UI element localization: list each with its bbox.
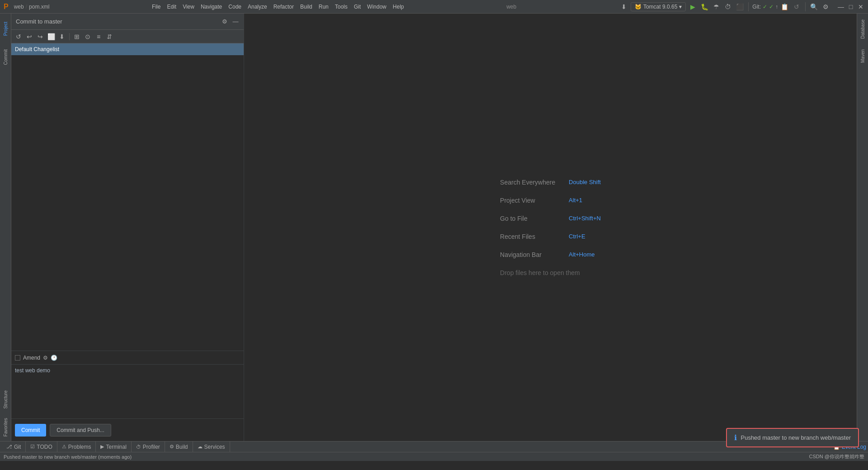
hint-drop-files: Drop files here to open them	[500, 269, 580, 276]
amend-history-icon[interactable]: 🕐	[51, 355, 57, 361]
commit-buttons: Commit Commit and Push...	[11, 418, 244, 441]
search-everywhere-icon[interactable]: 🔍	[809, 2, 819, 12]
breadcrumb-sep: /	[26, 4, 27, 10]
title-bar-right: ⬇ 🐱 Tomcat 9.0.65 ▾ ▶ 🐛 ☂ ⏱ ⬛ Git: ✓ ✓ ↑…	[619, 2, 864, 12]
sidebar-item-project-label: Project	[3, 22, 8, 36]
left-sidebar: Project Commit Structure Favorites	[0, 14, 11, 441]
window-maximize-button[interactable]: □	[847, 3, 854, 10]
commit-panel-minimize-icon[interactable]: —	[232, 18, 239, 25]
menu-git[interactable]: Git	[354, 4, 361, 10]
forward-icon[interactable]: ↪	[36, 32, 45, 41]
amend-section: Amend ⚙ 🕐	[11, 351, 244, 364]
menu-code[interactable]: Code	[228, 4, 241, 10]
git-check-icon-2: ✓	[769, 4, 774, 10]
status-message: Pushed master to new branch web/master (…	[4, 454, 132, 460]
group-icon[interactable]: ⊞	[72, 32, 81, 41]
commit-and-push-button[interactable]: Commit and Push...	[50, 424, 111, 437]
profile-icon[interactable]: ⏱	[723, 2, 733, 12]
editor-hints: Search Everywhere Double Shift Project V…	[500, 179, 601, 276]
amend-checkbox[interactable]	[15, 355, 20, 361]
download-icon[interactable]: ⬇	[57, 32, 66, 41]
sidebar-item-favorites[interactable]: Favorites	[0, 414, 11, 441]
hint-navigation-bar-shortcut: Alt+Home	[569, 251, 594, 258]
breadcrumb-file[interactable]: pom.xml	[29, 4, 49, 10]
commit-settings-icon[interactable]: ⚙	[221, 18, 228, 25]
menu-navigate[interactable]: Navigate	[201, 4, 222, 10]
menu-build[interactable]: Build	[300, 4, 312, 10]
bottom-tab-services[interactable]: ☁ Services	[193, 442, 230, 452]
commit-panel-title: Commit to master	[16, 18, 62, 25]
git-check-icon: ✓	[763, 4, 767, 10]
menu-help[interactable]: Help	[393, 4, 404, 10]
tomcat-icon: 🐱	[635, 4, 642, 10]
sidebar-item-structure[interactable]: Structure	[0, 386, 11, 413]
hint-project-view-label: Project View	[500, 197, 563, 204]
title-center-text: web	[506, 4, 516, 10]
tomcat-config-button[interactable]: 🐱 Tomcat 9.0.65 ▾	[631, 2, 686, 11]
breadcrumb: web / pom.xml	[14, 4, 50, 10]
status-right-text: CSDN @你说咋整就咋整	[809, 453, 864, 460]
hint-recent-files: Recent Files Ctrl+E	[500, 233, 585, 240]
git-tab-icon: ⎇	[6, 444, 12, 450]
annotate-icon[interactable]: 📋	[780, 2, 790, 12]
stop-icon[interactable]: ⬛	[735, 2, 745, 12]
check-all-icon[interactable]: ⬜	[47, 32, 56, 41]
sidebar-item-commit-label: Commit	[3, 49, 8, 65]
sidebar-item-maven-label: Maven	[860, 49, 865, 63]
problems-tab-icon: ⚠	[62, 444, 66, 450]
menu-analyze[interactable]: Analyze	[248, 4, 267, 10]
refresh-icon[interactable]: ↺	[14, 32, 23, 41]
window-minimize-button[interactable]: —	[837, 3, 844, 10]
commit-panel-header-icons: ⚙ —	[221, 18, 239, 25]
menu-window[interactable]: Window	[367, 4, 387, 10]
problems-tab-label: Problems	[68, 444, 91, 450]
menu-tools[interactable]: Tools	[335, 4, 348, 10]
vcs-update-icon[interactable]: ⬇	[619, 2, 629, 12]
menu-file[interactable]: File	[152, 4, 160, 10]
expand-icon[interactable]: ⇵	[105, 32, 114, 41]
sidebar-item-maven[interactable]: Maven	[857, 43, 868, 70]
sidebar-item-project[interactable]: Project	[0, 15, 11, 43]
bottom-tab-build[interactable]: ⚙ Build	[165, 442, 193, 452]
run-icon[interactable]: ▶	[688, 2, 698, 12]
sidebar-item-commit[interactable]: Commit	[0, 43, 11, 71]
toolbar-sep-1	[748, 2, 749, 11]
coverage-icon[interactable]: ☂	[711, 2, 721, 12]
commit-button[interactable]: Commit	[15, 424, 46, 437]
hint-search-everywhere-shortcut: Double Shift	[569, 179, 601, 185]
sort-icon[interactable]: ≡	[94, 32, 103, 41]
bottom-tab-profiler[interactable]: ⏱ Profiler	[132, 442, 165, 452]
profiler-tab-label: Profiler	[143, 444, 160, 450]
window-close-button[interactable]: ✕	[857, 3, 864, 10]
commit-message-input[interactable]	[15, 367, 240, 413]
services-tab-label: Services	[204, 444, 225, 450]
toast-message: Pushed master to new branch web/master	[741, 434, 851, 441]
rollback-icon[interactable]: ↩	[25, 32, 34, 41]
title-bar: P web / pom.xml File Edit View Navigate …	[0, 0, 868, 14]
bottom-tab-todo[interactable]: ☑ TODO	[26, 442, 57, 452]
main-layout: Project Commit Structure Favorites Commi…	[0, 14, 868, 441]
notification-toast: ℹ Pushed master to new branch web/master	[726, 428, 859, 447]
profiler-tab-icon: ⏱	[136, 444, 141, 450]
title-bar-menu: File Edit View Navigate Code Analyze Ref…	[152, 4, 404, 10]
breadcrumb-web[interactable]: web	[14, 4, 24, 10]
default-changelist-item[interactable]: Default Changelist	[11, 43, 244, 55]
bottom-tab-git[interactable]: ⎇ Git	[2, 442, 26, 452]
bottom-tab-problems[interactable]: ⚠ Problems	[57, 442, 96, 452]
sidebar-item-favorites-label: Favorites	[3, 418, 8, 437]
undo-icon[interactable]: ↺	[792, 2, 802, 12]
bottom-tab-terminal[interactable]: ▶ Terminal	[96, 442, 131, 452]
menu-run[interactable]: Run	[319, 4, 329, 10]
debug-icon[interactable]: 🐛	[699, 2, 709, 12]
settings-icon[interactable]: ⚙	[821, 2, 831, 12]
hint-recent-files-label: Recent Files	[500, 233, 563, 240]
menu-edit[interactable]: Edit	[167, 4, 176, 10]
menu-refactor[interactable]: Refactor	[274, 4, 294, 10]
amend-settings-icon[interactable]: ⚙	[43, 355, 48, 361]
view-icon[interactable]: ⊙	[83, 32, 92, 41]
tomcat-label: Tomcat 9.0.65	[643, 4, 677, 10]
sidebar-item-database[interactable]: Database	[857, 15, 868, 43]
menu-view[interactable]: View	[183, 4, 194, 10]
hint-goto-file-shortcut: Ctrl+Shift+N	[569, 215, 601, 222]
toast-info-icon: ℹ	[734, 433, 737, 442]
